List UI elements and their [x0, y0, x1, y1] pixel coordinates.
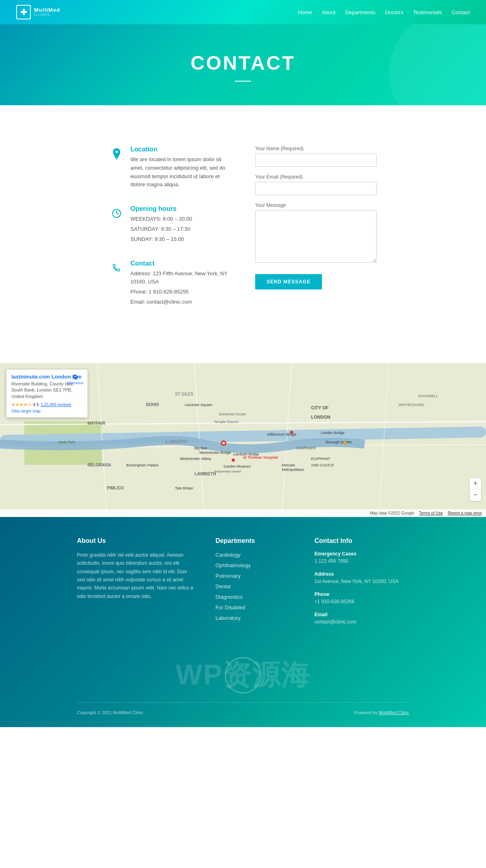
map-footer: Map data ©2021 Google Terms of Use Repor… — [0, 509, 486, 517]
directions-button[interactable]: Directions — [67, 374, 83, 385]
list-item: Ophthalmology — [215, 562, 294, 569]
svg-text:AND CASTLE: AND CASTLE — [311, 463, 334, 467]
nav-about[interactable]: About — [322, 9, 335, 15]
svg-text:ST GILES: ST GILES — [175, 392, 193, 396]
powered-by: Powered by MultiMed Clinic — [354, 710, 409, 715]
dept-disabled[interactable]: For Disabled — [215, 604, 245, 611]
dept-laboratory[interactable]: Laboratory — [215, 615, 241, 621]
contact-block: Contact Address: 123 Fifth Avenue, New Y… — [109, 260, 231, 308]
hours-saturday: SATURDAY: 9:30 – 17:30 — [130, 225, 192, 234]
svg-text:CITY OF: CITY OF — [311, 405, 328, 410]
svg-text:LAMBETH: LAMBETH — [194, 471, 216, 476]
logo-sub: CLINIC — [34, 13, 60, 17]
contact-form-right: Your Name (Required) Your Email (Require… — [255, 146, 377, 323]
location-description: We are located in lorem ipsum dolor sit … — [130, 155, 231, 189]
logo-text: MultiMed CLINIC — [34, 7, 60, 17]
powered-by-text: Powered by — [354, 710, 379, 715]
list-item: Pulmonary — [215, 572, 294, 579]
footer-address: Address 1st Avenue, New York, NY 10160, … — [314, 571, 409, 585]
footer-departments-heading: Departments — [215, 537, 294, 545]
svg-text:Garden Museum: Garden Museum — [224, 464, 251, 468]
name-label: Your Name (Required) — [255, 146, 377, 151]
location-content: Location We are located in lorem ipsum d… — [130, 146, 231, 191]
dept-ophthalmology[interactable]: Ophthalmology — [215, 562, 251, 568]
contact-section: Location We are located in lorem ipsum d… — [0, 105, 486, 363]
svg-text:Westminster Abbey: Westminster Abbey — [180, 457, 211, 461]
footer-bottom: Copyright © 2021 MultiMed Clinic Powered… — [77, 702, 409, 715]
nav-home[interactable]: Home — [298, 9, 312, 15]
svg-text:Borough Market: Borough Market — [326, 440, 352, 444]
svg-text:Somerset House: Somerset House — [219, 412, 246, 416]
directions-label: Directions — [67, 381, 83, 385]
footer-about-text: Proin gravida nibh vel velit auctor aliq… — [77, 551, 195, 600]
copyright: Copyright © 2021 MultiMed Clinic — [77, 710, 143, 715]
svg-text:MAYFAIR: MAYFAIR — [87, 421, 106, 425]
email-label: Email — [314, 612, 409, 617]
svg-line-6 — [379, 363, 389, 517]
svg-point-42 — [343, 441, 347, 445]
nav-departments[interactable]: Departments — [345, 9, 375, 15]
svg-text:Big Ben: Big Ben — [194, 446, 207, 450]
dept-cardiology[interactable]: Cardiology — [215, 552, 241, 558]
svg-text:WHITECHAPEL: WHITECHAPEL — [399, 403, 425, 407]
wp-watermark: WP资源海 — [176, 656, 311, 694]
header: ✚ MultiMed CLINIC Home About Departments… — [0, 0, 486, 24]
footer-about-heading: About Us — [77, 537, 195, 545]
star-icon: ★★★★½ — [11, 402, 31, 407]
address-label: Address — [314, 571, 409, 577]
map-canvas[interactable]: SOHO MAYFAIR London LAMBETH BELGRAVIA PI… — [0, 363, 486, 517]
svg-text:Metropolitano: Metropolitano — [282, 468, 304, 472]
map-popup: Directions lastminute.com London Eye Riv… — [6, 370, 87, 417]
svg-line-5 — [282, 363, 292, 517]
emergency-phone: 1 123 456 7890 — [314, 557, 409, 565]
hours-sunday: SUNDAY: 9:30 – 15:00 — [130, 235, 192, 244]
footer-contact-heading: Contact Info — [314, 537, 409, 545]
dept-dental[interactable]: Dental — [215, 583, 231, 589]
svg-text:St Thomas' Hospital: St Thomas' Hospital — [243, 455, 278, 459]
nav-testimonials[interactable]: Testimonials — [413, 9, 442, 15]
hero-divider — [235, 81, 251, 82]
send-button[interactable]: SEND MESSAGE — [255, 274, 322, 289]
nav-doctors[interactable]: Doctors — [385, 9, 403, 15]
footer-about-col: About Us Proin gravida nibh vel velit au… — [77, 537, 195, 632]
zoom-in-button[interactable]: + — [470, 478, 481, 489]
powered-by-link[interactable]: MultiMed Clinic — [379, 710, 409, 715]
view-larger-link[interactable]: View larger map — [11, 409, 83, 413]
svg-text:Tate Britain: Tate Britain — [175, 486, 193, 490]
nav-contact[interactable]: Contact — [452, 9, 470, 15]
footer-phone: Phone +1 910-626-85266 — [314, 591, 409, 605]
dept-pulmonary[interactable]: Pulmonary — [215, 573, 241, 579]
email-field-group: Your Email (Required) — [255, 174, 377, 195]
list-item: Dental — [215, 583, 294, 590]
svg-text:LONDON: LONDON — [311, 415, 330, 419]
message-textarea[interactable] — [255, 210, 377, 263]
reviews-link[interactable]: 1,25,969 reviews — [40, 402, 71, 407]
hero-section: CONTACT — [0, 24, 486, 105]
rating-value: 4.5 — [33, 402, 39, 407]
svg-text:SHADWELL: SHADWELL — [418, 394, 438, 398]
phone-icon — [109, 261, 124, 275]
email-input[interactable] — [255, 182, 377, 195]
clock-icon — [109, 206, 124, 221]
contact-info-left: Location We are located in lorem ipsum d… — [109, 146, 231, 323]
location-icon — [109, 147, 124, 161]
logo[interactable]: ✚ MultiMed CLINIC — [16, 5, 60, 19]
hours-heading: Opening hours — [130, 205, 192, 213]
svg-line-3 — [97, 363, 107, 517]
terms-link[interactable]: Terms of Use — [419, 511, 443, 515]
dept-diagnostics[interactable]: Diagnostics — [215, 594, 243, 600]
footer: About Us Proin gravida nibh vel velit au… — [0, 517, 486, 727]
report-link[interactable]: Report a map error — [448, 511, 482, 515]
svg-line-1 — [0, 421, 486, 425]
svg-text:Buckingham Palace: Buckingham Palace — [126, 463, 159, 467]
svg-point-41 — [290, 431, 293, 434]
contact-content: Contact Address: 123 Fifth Avenue, New Y… — [130, 260, 231, 308]
wp-watermark-section: WP资源海 — [77, 648, 409, 702]
name-input[interactable] — [255, 153, 377, 167]
list-item: Laboratory — [215, 614, 294, 621]
contact-phone: Phone: 1 910-626-85255 — [130, 288, 231, 296]
zoom-out-button[interactable]: − — [470, 489, 481, 501]
svg-text:ELEPHANT: ELEPHANT — [311, 457, 330, 461]
svg-point-43 — [232, 458, 235, 462]
email-value: contact@clinic.com — [314, 618, 409, 625]
